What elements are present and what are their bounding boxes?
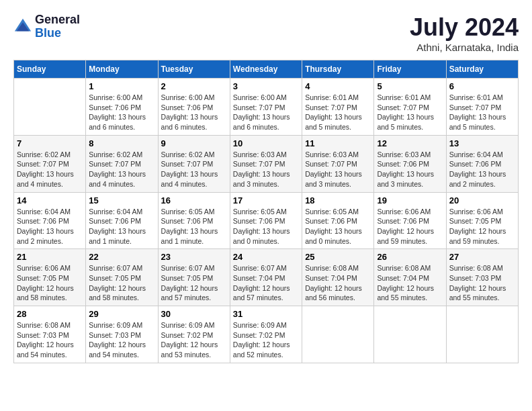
day-cell: 20Sunrise: 6:06 AM Sunset: 7:05 PM Dayli… <box>446 192 518 249</box>
day-number: 28 <box>17 309 83 319</box>
day-info: Sunrise: 6:07 AM Sunset: 7:05 PM Dayligh… <box>89 263 154 303</box>
day-cell: 14Sunrise: 6:04 AM Sunset: 7:06 PM Dayli… <box>14 192 86 249</box>
day-cell: 25Sunrise: 6:08 AM Sunset: 7:04 PM Dayli… <box>302 249 374 306</box>
day-cell: 19Sunrise: 6:06 AM Sunset: 7:06 PM Dayli… <box>374 192 446 249</box>
day-cell: 2Sunrise: 6:00 AM Sunset: 7:06 PM Daylig… <box>158 79 230 136</box>
day-cell: 6Sunrise: 6:01 AM Sunset: 7:07 PM Daylig… <box>446 79 518 136</box>
day-cell: 12Sunrise: 6:03 AM Sunset: 7:06 PM Dayli… <box>374 135 446 192</box>
col-header-thursday: Thursday <box>302 60 374 79</box>
day-number: 18 <box>305 195 371 205</box>
location: Athni, Karnataka, India <box>410 42 519 53</box>
day-info: Sunrise: 6:03 AM Sunset: 7:07 PM Dayligh… <box>305 150 371 189</box>
day-cell: 27Sunrise: 6:08 AM Sunset: 7:03 PM Dayli… <box>446 249 518 306</box>
day-info: Sunrise: 6:04 AM Sunset: 7:06 PM Dayligh… <box>17 207 83 246</box>
day-number: 22 <box>89 252 154 262</box>
day-info: Sunrise: 6:05 AM Sunset: 7:06 PM Dayligh… <box>233 207 299 246</box>
day-info: Sunrise: 6:08 AM Sunset: 7:04 PM Dayligh… <box>305 263 371 303</box>
day-cell: 17Sunrise: 6:05 AM Sunset: 7:06 PM Dayli… <box>230 192 302 249</box>
day-info: Sunrise: 6:04 AM Sunset: 7:06 PM Dayligh… <box>89 207 154 246</box>
day-cell: 9Sunrise: 6:02 AM Sunset: 7:07 PM Daylig… <box>158 135 230 192</box>
day-cell: 11Sunrise: 6:03 AM Sunset: 7:07 PM Dayli… <box>302 135 374 192</box>
day-info: Sunrise: 6:00 AM Sunset: 7:06 PM Dayligh… <box>89 93 154 132</box>
day-number: 29 <box>89 309 154 319</box>
day-cell: 1Sunrise: 6:00 AM Sunset: 7:06 PM Daylig… <box>86 79 158 136</box>
day-number: 6 <box>449 81 515 91</box>
day-number: 27 <box>449 252 515 262</box>
day-cell <box>302 306 374 363</box>
day-number: 14 <box>17 195 83 205</box>
day-number: 23 <box>161 252 227 262</box>
day-info: Sunrise: 6:07 AM Sunset: 7:05 PM Dayligh… <box>161 263 227 303</box>
title-block: July 2024 Athni, Karnataka, India <box>410 13 519 53</box>
day-info: Sunrise: 6:05 AM Sunset: 7:06 PM Dayligh… <box>161 207 227 246</box>
day-number: 24 <box>233 252 299 262</box>
day-cell: 3Sunrise: 6:00 AM Sunset: 7:07 PM Daylig… <box>230 79 302 136</box>
week-row: 7Sunrise: 6:02 AM Sunset: 7:07 PM Daylig… <box>14 135 519 192</box>
day-cell: 21Sunrise: 6:06 AM Sunset: 7:05 PM Dayli… <box>14 249 86 306</box>
day-number: 26 <box>377 252 443 262</box>
day-cell: 16Sunrise: 6:05 AM Sunset: 7:06 PM Dayli… <box>158 192 230 249</box>
day-number: 20 <box>449 195 515 205</box>
day-info: Sunrise: 6:06 AM Sunset: 7:05 PM Dayligh… <box>17 263 83 303</box>
day-cell: 7Sunrise: 6:02 AM Sunset: 7:07 PM Daylig… <box>14 135 86 192</box>
day-cell: 5Sunrise: 6:01 AM Sunset: 7:07 PM Daylig… <box>374 79 446 136</box>
day-info: Sunrise: 6:02 AM Sunset: 7:07 PM Dayligh… <box>161 150 227 189</box>
day-number: 7 <box>17 138 83 148</box>
day-info: Sunrise: 6:08 AM Sunset: 7:03 PM Dayligh… <box>17 320 83 360</box>
header-row: SundayMondayTuesdayWednesdayThursdayFrid… <box>14 60 519 79</box>
col-header-saturday: Saturday <box>446 60 518 79</box>
calendar-table: SundayMondayTuesdayWednesdayThursdayFrid… <box>13 60 519 363</box>
day-cell: 4Sunrise: 6:01 AM Sunset: 7:07 PM Daylig… <box>302 79 374 136</box>
day-info: Sunrise: 6:06 AM Sunset: 7:05 PM Dayligh… <box>449 207 515 246</box>
day-cell: 18Sunrise: 6:05 AM Sunset: 7:06 PM Dayli… <box>302 192 374 249</box>
logo: General Blue <box>13 13 80 40</box>
day-number: 12 <box>377 138 443 148</box>
day-info: Sunrise: 6:01 AM Sunset: 7:07 PM Dayligh… <box>305 93 371 132</box>
day-info: Sunrise: 6:03 AM Sunset: 7:06 PM Dayligh… <box>377 150 443 189</box>
day-cell <box>446 306 518 363</box>
day-number: 3 <box>233 81 299 91</box>
day-cell: 31Sunrise: 6:09 AM Sunset: 7:02 PM Dayli… <box>230 306 302 363</box>
day-cell: 10Sunrise: 6:03 AM Sunset: 7:07 PM Dayli… <box>230 135 302 192</box>
day-number: 10 <box>233 138 299 148</box>
day-cell: 23Sunrise: 6:07 AM Sunset: 7:05 PM Dayli… <box>158 249 230 306</box>
day-info: Sunrise: 6:08 AM Sunset: 7:03 PM Dayligh… <box>449 263 515 303</box>
day-number: 2 <box>161 81 227 91</box>
day-cell <box>14 79 86 136</box>
day-info: Sunrise: 6:00 AM Sunset: 7:06 PM Dayligh… <box>161 93 227 132</box>
week-row: 28Sunrise: 6:08 AM Sunset: 7:03 PM Dayli… <box>14 306 519 363</box>
week-row: 1Sunrise: 6:00 AM Sunset: 7:06 PM Daylig… <box>14 79 519 136</box>
day-info: Sunrise: 6:05 AM Sunset: 7:06 PM Dayligh… <box>305 207 371 246</box>
day-number: 9 <box>161 138 227 148</box>
day-cell: 22Sunrise: 6:07 AM Sunset: 7:05 PM Dayli… <box>86 249 158 306</box>
day-cell: 13Sunrise: 6:04 AM Sunset: 7:06 PM Dayli… <box>446 135 518 192</box>
day-info: Sunrise: 6:01 AM Sunset: 7:07 PM Dayligh… <box>449 93 515 132</box>
day-info: Sunrise: 6:09 AM Sunset: 7:03 PM Dayligh… <box>89 320 154 360</box>
day-cell: 8Sunrise: 6:02 AM Sunset: 7:07 PM Daylig… <box>86 135 158 192</box>
day-number: 1 <box>89 81 154 91</box>
day-number: 17 <box>233 195 299 205</box>
day-cell: 15Sunrise: 6:04 AM Sunset: 7:06 PM Dayli… <box>86 192 158 249</box>
day-number: 8 <box>89 138 154 148</box>
day-number: 21 <box>17 252 83 262</box>
col-header-sunday: Sunday <box>14 60 86 79</box>
day-cell: 26Sunrise: 6:08 AM Sunset: 7:04 PM Dayli… <box>374 249 446 306</box>
col-header-monday: Monday <box>86 60 158 79</box>
day-cell: 30Sunrise: 6:09 AM Sunset: 7:02 PM Dayli… <box>158 306 230 363</box>
day-cell <box>374 306 446 363</box>
day-cell: 29Sunrise: 6:09 AM Sunset: 7:03 PM Dayli… <box>86 306 158 363</box>
day-number: 31 <box>233 309 299 319</box>
day-number: 5 <box>377 81 443 91</box>
day-number: 16 <box>161 195 227 205</box>
day-cell: 28Sunrise: 6:08 AM Sunset: 7:03 PM Dayli… <box>14 306 86 363</box>
day-number: 11 <box>305 138 371 148</box>
week-row: 21Sunrise: 6:06 AM Sunset: 7:05 PM Dayli… <box>14 249 519 306</box>
day-info: Sunrise: 6:08 AM Sunset: 7:04 PM Dayligh… <box>377 263 443 303</box>
day-cell: 24Sunrise: 6:07 AM Sunset: 7:04 PM Dayli… <box>230 249 302 306</box>
day-number: 25 <box>305 252 371 262</box>
day-info: Sunrise: 6:02 AM Sunset: 7:07 PM Dayligh… <box>89 150 154 189</box>
day-number: 15 <box>89 195 154 205</box>
day-info: Sunrise: 6:09 AM Sunset: 7:02 PM Dayligh… <box>233 320 299 360</box>
logo-icon <box>13 17 32 36</box>
logo-text: General Blue <box>35 13 80 40</box>
